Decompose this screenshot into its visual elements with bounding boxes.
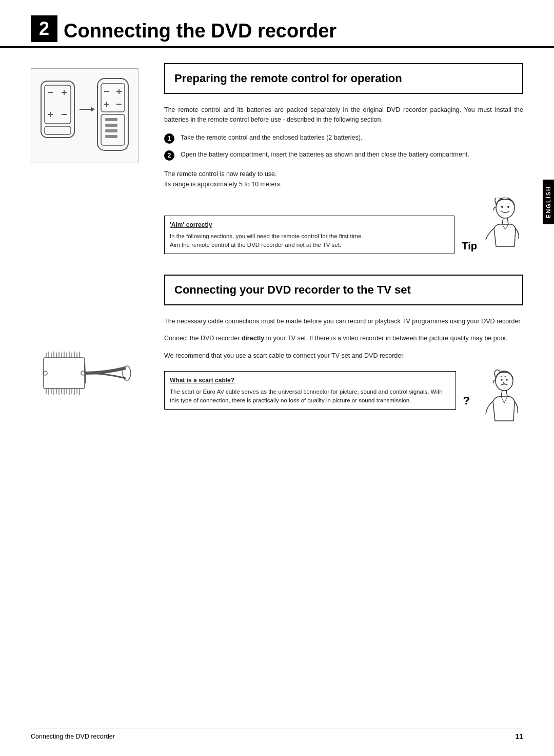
question-box-wrapper: What is a scart cable? The scart or Euro… [164, 371, 470, 410]
section2-para3: We recommend that you use a scart cable … [164, 351, 523, 361]
scart-image-area [31, 317, 149, 428]
svg-point-26 [501, 206, 503, 208]
svg-line-67 [501, 390, 502, 397]
step-item-2: 2 Open the battery compartment, insert t… [164, 150, 523, 161]
right-column-section1: Preparing the remote control for operati… [164, 63, 523, 254]
step-circle-1: 1 [164, 133, 174, 144]
section1-heading-wrapper: Preparing the remote control for operati… [164, 63, 523, 94]
tip-box: 'Aim' correctly In the following section… [164, 216, 454, 255]
svg-rect-0 [41, 81, 74, 138]
ready-line2: Its range is approximately 5 to 10 meter… [164, 179, 523, 189]
ready-text: The remote control is now ready to use. … [164, 169, 523, 189]
svg-line-28 [507, 218, 508, 224]
steps-list: 1 Take the remote control and the enclos… [164, 133, 523, 161]
page-footer: Connecting the DVD recorder 11 [31, 728, 523, 741]
tip-label: Tip [462, 240, 477, 254]
page-header: 2 Connecting the DVD recorder [0, 0, 554, 48]
ready-line1: The remote control is now ready to use. [164, 169, 523, 179]
svg-line-68 [506, 390, 507, 397]
svg-rect-12 [101, 84, 125, 112]
section2-right: The necessary cable connections must be … [164, 317, 523, 428]
svg-point-60 [123, 366, 131, 380]
question-title: What is a scart cable? [170, 376, 450, 385]
section2-heading-wrapper: Connecting your DVD recorder to the TV s… [0, 275, 554, 305]
section2-content: The necessary cable connections must be … [0, 317, 554, 428]
question-text: The scart or Euro AV cable serves as the… [170, 387, 450, 405]
person-illustration-tip [477, 198, 523, 254]
svg-rect-23 [105, 135, 117, 138]
question-mark: ? [463, 394, 470, 410]
svg-line-27 [502, 218, 503, 224]
tip-person-row: 'Aim' correctly In the following section… [164, 198, 523, 254]
step-text-1: Take the remote control and the enclosed… [181, 133, 362, 143]
left-column-section1 [31, 63, 149, 254]
scart-svg [38, 332, 141, 412]
section1-content: Preparing the remote control for operati… [0, 63, 554, 254]
section1-heading-box: Preparing the remote control for operati… [164, 63, 523, 94]
page-title: Connecting the DVD recorder [64, 21, 337, 42]
section2-para2: Connect the DVD recorder directly to you… [164, 334, 523, 343]
svg-marker-10 [91, 107, 95, 112]
svg-point-25 [507, 206, 509, 208]
question-box: What is a scart cable? The scart or Euro… [164, 371, 456, 410]
section2-heading: Connecting your DVD recorder to the TV s… [174, 283, 513, 297]
section2-para2-prefix: Connect the DVD recorder [164, 335, 242, 342]
section2-heading-indent: Connecting your DVD recorder to the TV s… [164, 275, 523, 305]
footer-page-number: 11 [515, 732, 523, 741]
person-illustration-question [477, 371, 523, 428]
section2-para2-bold: directly [242, 335, 264, 342]
question-section: What is a scart cable? The scart or Euro… [164, 371, 523, 428]
language-tab: ENGLISH [543, 180, 554, 224]
section2-heading-box: Connecting your DVD recorder to the TV s… [164, 275, 523, 305]
chapter-number: 2 [31, 15, 57, 42]
section1-intro: The remote control and its batteries are… [164, 105, 523, 125]
tip-line2: Aim the remote control at the DVD record… [170, 241, 449, 249]
section2-para2-suffix: to your TV set. If there is a video reco… [264, 335, 507, 342]
svg-rect-20 [105, 118, 117, 121]
svg-rect-1 [45, 85, 71, 124]
svg-rect-8 [45, 126, 71, 134]
svg-line-70 [504, 397, 507, 403]
section2: Connecting your DVD recorder to the TV s… [0, 275, 554, 428]
step-text-2: Open the battery compartment, insert the… [181, 150, 469, 160]
svg-rect-31 [44, 358, 85, 389]
step-circle-2: 2 [164, 150, 174, 161]
remote-svg [33, 71, 136, 161]
svg-point-66 [501, 379, 503, 381]
section2-para1: The necessary cable connections must be … [164, 317, 523, 326]
tip-line1: In the following sections, you will need… [170, 232, 449, 241]
svg-rect-21 [105, 124, 117, 127]
scart-image [38, 331, 141, 413]
tip-title: 'Aim' correctly [170, 220, 449, 229]
remote-control-image [31, 68, 138, 163]
svg-line-30 [505, 224, 508, 229]
svg-line-29 [502, 224, 505, 229]
section1-heading: Preparing the remote control for operati… [174, 71, 513, 86]
svg-point-65 [506, 379, 508, 381]
step-item-1: 1 Take the remote control and the enclos… [164, 133, 523, 144]
tip-left: 'Aim' correctly In the following section… [164, 216, 477, 255]
svg-line-69 [501, 397, 504, 403]
footer-text: Connecting the DVD recorder [31, 733, 115, 740]
svg-rect-22 [105, 129, 117, 132]
